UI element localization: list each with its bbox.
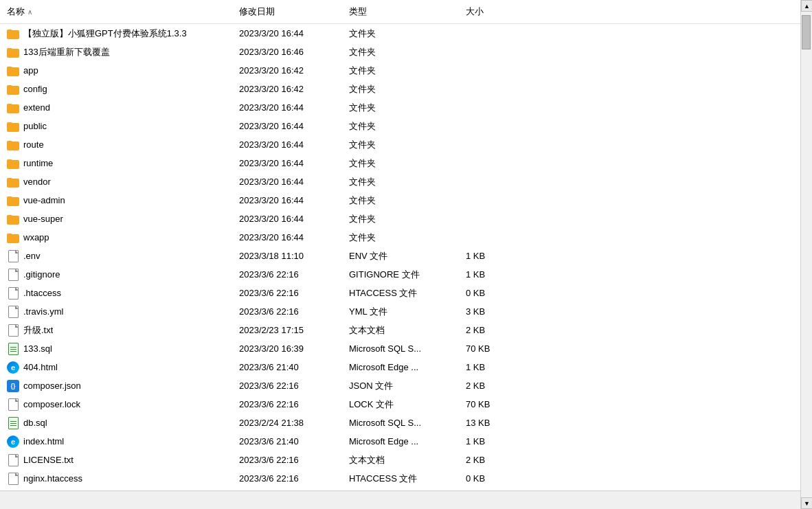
file-size-cell: 0 KB xyxy=(460,288,529,298)
col-header-name[interactable]: 名称 ∧ xyxy=(0,3,234,21)
file-type-cell: 文件夹 xyxy=(343,120,460,133)
file-name-text: .travis.yml xyxy=(23,306,64,317)
table-row[interactable]: vue-super2023/3/20 16:44文件夹 xyxy=(0,210,800,228)
file-name-cell: .travis.yml xyxy=(0,306,234,318)
table-row[interactable]: config2023/3/20 16:42文件夹 xyxy=(0,80,800,98)
file-date-cell: 2023/3/20 16:39 xyxy=(234,343,343,354)
file-date-cell: 2023/3/20 16:44 xyxy=(234,102,343,113)
scroll-thumb[interactable] xyxy=(802,15,811,49)
table-header: 名称 ∧ 修改日期 类型 大小 xyxy=(0,0,800,24)
table-row[interactable]: extend2023/3/20 16:44文件夹 xyxy=(0,98,800,117)
folder-icon xyxy=(7,157,19,170)
file-date-cell: 2023/3/6 22:16 xyxy=(234,306,343,317)
table-row[interactable]: nginx.htaccess2023/3/6 22:16HTACCESS 文件0… xyxy=(0,469,800,488)
edge-file-icon: e xyxy=(7,361,19,374)
table-row[interactable]: {}composer.json2023/3/6 22:16JSON 文件2 KB xyxy=(0,376,800,395)
file-name-text: 升级.txt xyxy=(23,324,53,337)
file-type-cell: 文本文档 xyxy=(343,324,460,337)
file-date-cell: 2023/3/20 16:44 xyxy=(234,28,343,38)
table-row[interactable]: eindex.html2023/3/6 21:40Microsoft Edge … xyxy=(0,432,800,451)
table-row[interactable]: app2023/3/20 16:42文件夹 xyxy=(0,61,800,80)
scroll-track[interactable] xyxy=(801,12,812,497)
table-row[interactable]: public2023/3/20 16:44文件夹 xyxy=(0,117,800,135)
file-type-cell: Microsoft Edge ... xyxy=(343,362,460,372)
file-type-cell: HTACCESS 文件 xyxy=(343,473,460,485)
file-size-cell: 1 KB xyxy=(460,269,529,280)
table-row[interactable]: .gitignore2023/3/6 22:16GITIGNORE 文件1 KB xyxy=(0,265,800,284)
file-size-cell: 70 KB xyxy=(460,343,529,354)
file-name-text: runtime xyxy=(23,158,53,168)
col-header-type[interactable]: 类型 xyxy=(343,3,460,21)
table-row[interactable]: .env2023/3/18 11:10ENV 文件1 KB xyxy=(0,247,800,265)
table-row[interactable]: runtime2023/3/20 16:44文件夹 xyxy=(0,154,800,172)
bottom-bar xyxy=(0,490,800,509)
table-row[interactable]: 133.sql2023/3/20 16:39Microsoft SQL S...… xyxy=(0,339,800,358)
file-list[interactable]: 【独立版】小狐狸GPT付费体验系统1.3.32023/3/20 16:44文件夹… xyxy=(0,24,800,490)
file-name-cell: e404.html xyxy=(0,361,234,374)
file-icon xyxy=(8,287,19,299)
table-row[interactable]: composer.lock2023/3/6 22:16LOCK 文件70 KB xyxy=(0,395,800,414)
file-name-cell: db.sql xyxy=(0,417,234,429)
table-row[interactable]: 133后端重新下载覆盖2023/3/20 16:46文件夹 xyxy=(0,43,800,61)
table-row[interactable]: vendor2023/3/20 16:44文件夹 xyxy=(0,172,800,191)
folder-icon xyxy=(7,102,19,114)
folder-icon xyxy=(7,231,19,244)
folder-icon xyxy=(7,194,19,207)
table-row[interactable]: .travis.yml2023/3/6 22:16YML 文件3 KB xyxy=(0,302,800,321)
col-name-label: 名称 xyxy=(7,5,25,18)
file-date-cell: 2023/2/23 17:15 xyxy=(234,325,343,335)
table-row[interactable]: 升级.txt2023/2/23 17:15文本文档2 KB xyxy=(0,321,800,339)
file-name-cell: 133后端重新下载覆盖 xyxy=(0,46,234,58)
file-name-text: vue-admin xyxy=(23,195,65,205)
folder-icon xyxy=(7,139,19,151)
col-header-size[interactable]: 大小 xyxy=(460,3,529,21)
file-name-cell: route xyxy=(0,139,234,151)
table-row[interactable]: db.sql2023/2/24 21:38Microsoft SQL S...1… xyxy=(0,414,800,432)
table-row[interactable]: 【独立版】小狐狸GPT付费体验系统1.3.32023/3/20 16:44文件夹 xyxy=(0,24,800,43)
file-type-cell: 文件夹 xyxy=(343,102,460,114)
file-name-text: 133后端重新下载覆盖 xyxy=(23,46,110,58)
table-row[interactable]: .htaccess2023/3/6 22:16HTACCESS 文件0 KB xyxy=(0,284,800,302)
file-size-cell: 13 KB xyxy=(460,418,529,428)
file-date-cell: 2023/3/20 16:44 xyxy=(234,177,343,187)
col-type-label: 类型 xyxy=(349,5,367,18)
file-date-cell: 2023/3/20 16:44 xyxy=(234,232,343,242)
file-date-cell: 2023/3/20 16:44 xyxy=(234,195,343,205)
file-name-text: route xyxy=(23,139,44,150)
file-type-cell: 文件夹 xyxy=(343,157,460,170)
file-icon xyxy=(8,306,19,318)
file-name-cell: app xyxy=(0,65,234,77)
file-name-text: nginx.htaccess xyxy=(23,473,82,484)
file-name-cell: 升级.txt xyxy=(0,324,234,337)
file-explorer-container: 名称 ∧ 修改日期 类型 大小 【独立版】小狐狸GPT付费体验系统1.3.320… xyxy=(0,0,812,509)
file-type-cell: ENV 文件 xyxy=(343,250,460,262)
table-row[interactable]: LICENSE.txt2023/3/6 22:16文本文档2 KB xyxy=(0,451,800,469)
file-name-text: vue-super xyxy=(23,214,63,224)
edge-file-icon: e xyxy=(7,436,19,448)
file-name-text: db.sql xyxy=(23,418,47,428)
file-type-cell: 文件夹 xyxy=(343,83,460,95)
file-name-text: composer.json xyxy=(23,381,81,391)
file-type-cell: JSON 文件 xyxy=(343,380,460,392)
file-date-cell: 2023/3/6 22:16 xyxy=(234,269,343,280)
table-row[interactable]: vue-admin2023/3/20 16:44文件夹 xyxy=(0,191,800,210)
col-header-date[interactable]: 修改日期 xyxy=(234,3,343,21)
table-row[interactable]: route2023/3/20 16:44文件夹 xyxy=(0,135,800,154)
file-type-cell: 文件夹 xyxy=(343,65,460,77)
file-name-cell: extend xyxy=(0,102,234,114)
file-name-cell: 【独立版】小狐狸GPT付费体验系统1.3.3 xyxy=(0,27,234,40)
table-row[interactable]: e404.html2023/3/6 21:40Microsoft Edge ..… xyxy=(0,358,800,376)
scrollbar-right[interactable]: ▲ ▼ xyxy=(800,0,812,509)
file-size-cell: 2 KB xyxy=(460,455,529,465)
table-row[interactable]: wxapp2023/3/20 16:44文件夹 xyxy=(0,228,800,247)
composer-file-icon: {} xyxy=(7,380,19,392)
file-type-cell: 文件夹 xyxy=(343,176,460,188)
folder-icon xyxy=(7,120,19,133)
scroll-up-button[interactable]: ▲ xyxy=(801,0,812,12)
file-name-cell: runtime xyxy=(0,157,234,170)
file-date-cell: 2023/3/20 16:44 xyxy=(234,139,343,150)
file-date-cell: 2023/3/20 16:44 xyxy=(234,121,343,131)
file-icon xyxy=(8,473,19,485)
folder-icon xyxy=(7,213,19,225)
scroll-down-button[interactable]: ▼ xyxy=(801,497,812,509)
